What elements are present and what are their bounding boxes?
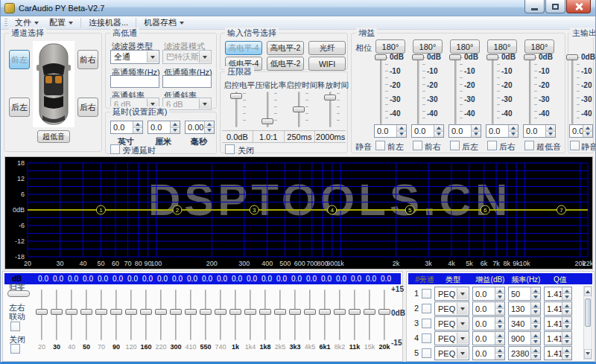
spin-down[interactable] [508, 131, 518, 138]
eq-band-slider-track[interactable] [130, 290, 132, 340]
eq-band-slider-thumb[interactable] [215, 309, 226, 315]
peq-q-spinner[interactable]: 1.41 [544, 316, 572, 331]
input-source-button-2[interactable]: 光纤 [308, 41, 346, 55]
peq-bypass-checkbox[interactable] [422, 348, 431, 358]
spin-down[interactable] [562, 338, 571, 345]
gain-ch0-slider-track[interactable] [380, 56, 382, 124]
delay-cm-spinner[interactable]: 0.0 [148, 121, 180, 134]
spin-down[interactable] [562, 323, 571, 330]
mute-checkbox-2[interactable] [450, 141, 460, 150]
scrollbar-thumb[interactable] [585, 298, 591, 327]
spin-up[interactable] [495, 302, 504, 308]
eq-band-slider-thumb[interactable] [66, 309, 77, 315]
eq-band-slider-track[interactable] [115, 290, 117, 340]
gain-ch4-slider-track[interactable] [529, 56, 531, 124]
spin-down[interactable] [170, 127, 180, 134]
spin-down[interactable] [434, 131, 443, 138]
gain-ch2-slider-track[interactable] [454, 56, 457, 124]
eq-band-slider-track[interactable] [264, 290, 266, 340]
master-slider-thumb[interactable] [566, 54, 578, 60]
eq-band-slider-track[interactable] [279, 290, 281, 340]
channel-rear-right-button[interactable]: 后右 [77, 98, 98, 117]
eq-band-slider-thumb[interactable] [364, 309, 375, 315]
input-source-button-4[interactable]: 低电平-2 [267, 57, 304, 71]
eq-band-slider-track[interactable] [235, 290, 236, 340]
compressor-slider-thumb[interactable] [293, 106, 305, 112]
eq-band-slider-thumb[interactable] [170, 309, 182, 315]
compressor-slider-thumb[interactable] [324, 95, 336, 100]
spin-down[interactable] [562, 293, 571, 300]
channel-subwoofer-button[interactable]: 超低音 [37, 130, 70, 143]
master-gain-spinner[interactable]: 0.0 [569, 124, 593, 138]
spin-down[interactable] [204, 127, 214, 134]
peq-gain-spinner[interactable]: 0.0 [472, 316, 505, 331]
spin-up[interactable] [545, 125, 555, 131]
spin-up[interactable] [495, 332, 504, 338]
spin-up[interactable] [434, 125, 443, 131]
gain-ch3-spinner[interactable]: 0.0 [486, 124, 519, 138]
spin-up[interactable] [495, 347, 504, 353]
gain-ch3-slider-track[interactable] [492, 56, 494, 124]
minimize-button[interactable] [524, 0, 545, 13]
eq-band-slider-track[interactable] [190, 290, 191, 340]
peq-bypass-checkbox[interactable] [422, 289, 431, 298]
eq-zero-button[interactable] [7, 290, 30, 297]
peq-q-spinner[interactable]: 1.41 [544, 331, 572, 345]
mute-checkbox-1[interactable] [413, 141, 422, 150]
spin-up[interactable] [562, 347, 571, 353]
eq-band-slider-track[interactable] [250, 290, 251, 340]
menu-item-1[interactable]: 配置 [44, 16, 78, 29]
eq-band-slider-track[interactable] [384, 290, 385, 340]
spin-down[interactable] [471, 131, 481, 138]
master-mute-checkbox[interactable] [570, 141, 580, 150]
eq-band-slider-track[interactable] [101, 290, 102, 340]
spin-up[interactable] [508, 125, 518, 131]
gain-ch3-phase-button[interactable]: 180° [487, 39, 517, 54]
eq-link-checkbox[interactable] [10, 322, 20, 331]
eq-band-slider-thumb[interactable] [259, 309, 271, 315]
spin-up[interactable] [471, 125, 481, 131]
spin-down[interactable] [396, 131, 406, 138]
peq-freq-spinner[interactable]: 130 [508, 301, 541, 316]
spin-down[interactable] [530, 308, 540, 315]
spin-down[interactable] [495, 308, 504, 315]
spin-up[interactable] [204, 121, 214, 127]
scroll-down-button[interactable] [584, 349, 592, 359]
spin-down[interactable] [530, 323, 540, 330]
spin-up[interactable] [583, 125, 592, 131]
gain-ch0-phase-button[interactable]: 180° [375, 39, 405, 54]
eq-band-slider-thumb[interactable] [95, 309, 107, 315]
gain-ch4-phase-button[interactable]: 180° [524, 39, 554, 54]
eq-band-slider-thumb[interactable] [304, 309, 316, 315]
lp-slope-select[interactable]: 6 dB [162, 98, 212, 110]
delay-inch-spinner[interactable]: 0.0 [110, 121, 143, 134]
hp-frequency-input[interactable] [110, 75, 159, 88]
gain-ch2-phase-button[interactable]: 180° [450, 39, 480, 54]
peq-gain-spinner[interactable]: 0.0 [472, 301, 505, 316]
peq-bypass-checkbox[interactable] [422, 304, 431, 313]
eq-band-slider-track[interactable] [294, 290, 296, 340]
spin-up[interactable] [530, 302, 540, 308]
spin-down[interactable] [562, 308, 571, 315]
eq-band-slider-thumb[interactable] [378, 309, 390, 315]
spin-down[interactable] [530, 293, 540, 300]
eq-band-slider-track[interactable] [339, 290, 340, 340]
mute-checkbox-3[interactable] [487, 141, 497, 150]
eq-band-slider-thumb[interactable] [229, 309, 241, 315]
peq-freq-spinner[interactable]: 50 [508, 287, 541, 301]
menu-item-3[interactable]: 机器存档 [139, 16, 189, 29]
gain-ch1-slider-track[interactable] [417, 56, 419, 124]
peq-freq-spinner[interactable]: 2380 [508, 346, 541, 360]
spin-down[interactable] [562, 353, 571, 360]
peq-gain-spinner[interactable]: 0.0 [472, 346, 505, 360]
gain-ch1-spinner[interactable]: 0.0 [411, 124, 444, 138]
lp-frequency-input[interactable] [162, 75, 212, 88]
spin-down[interactable] [545, 131, 555, 138]
eq-band-slider-thumb[interactable] [274, 309, 286, 315]
eq-band-slider-track[interactable] [145, 290, 147, 340]
spin-up[interactable] [530, 332, 540, 338]
input-source-button-5[interactable]: WIFI [308, 57, 346, 71]
input-source-button-0[interactable]: 高电平-4 [225, 41, 262, 55]
spin-up[interactable] [562, 332, 571, 338]
gain-ch1-phase-button[interactable]: 180° [413, 39, 443, 54]
